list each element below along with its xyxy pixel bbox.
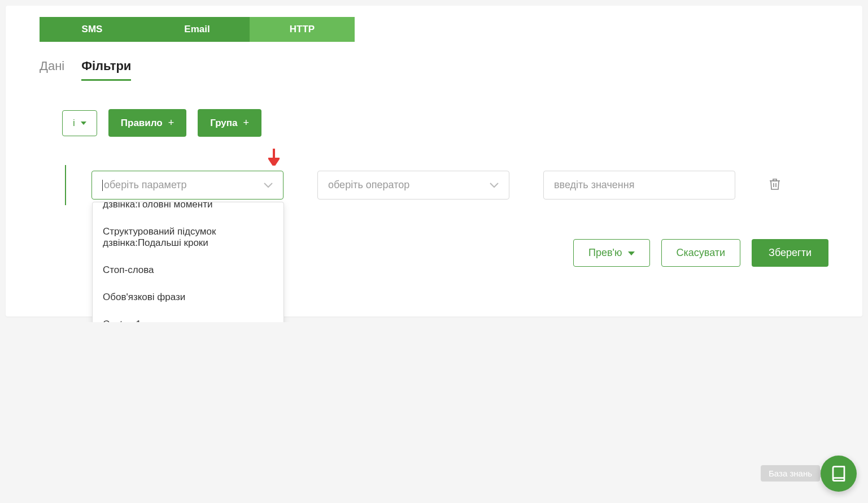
- cancel-label: Скасувати: [677, 247, 726, 259]
- tab-filters[interactable]: Фільтри: [81, 59, 131, 81]
- add-group-button[interactable]: Група +: [198, 109, 261, 137]
- parameter-placeholder: оберіть параметр: [102, 179, 187, 191]
- dropdown-option[interactable]: дзвінка:Головні моменти: [93, 202, 283, 218]
- value-input[interactable]: [543, 171, 735, 200]
- chevron-down-icon: [628, 251, 635, 255]
- section-tabs: Дані Фільтри: [40, 59, 828, 81]
- dropdown-option[interactable]: Структурований підсумок дзвінка:Подальші…: [93, 218, 283, 257]
- add-rule-button[interactable]: Правило +: [108, 109, 186, 137]
- annotation-arrow-icon: [268, 149, 280, 170]
- logic-operator-select[interactable]: і: [62, 110, 97, 136]
- preview-label: Прев'ю: [588, 247, 622, 259]
- parameter-select[interactable]: оберіть параметр дзвінка:Головні моменти…: [91, 171, 283, 200]
- chevron-down-icon: [490, 180, 499, 190]
- channel-tabs: SMS Email HTTP: [40, 17, 828, 42]
- add-rule-label: Правило: [121, 118, 163, 129]
- dropdown-option[interactable]: Обов'язкові фрази: [93, 284, 283, 311]
- parameter-dropdown: дзвінка:Головні моменти Структурований п…: [92, 202, 284, 322]
- add-group-label: Група: [210, 118, 237, 129]
- plus-icon: +: [168, 117, 175, 129]
- tab-data[interactable]: Дані: [40, 59, 64, 81]
- operator-placeholder: оберіть оператор: [328, 179, 409, 191]
- filter-builder: і Правило + Група + оберіть параметр: [40, 109, 828, 205]
- dropdown-option[interactable]: Стоп-слова: [93, 257, 283, 284]
- tab-http[interactable]: HTTP: [250, 17, 355, 42]
- plus-icon: +: [243, 117, 250, 129]
- notification-settings-card: SMS Email HTTP Дані Фільтри і Правило + …: [6, 6, 862, 316]
- preview-button[interactable]: Прев'ю: [573, 239, 649, 267]
- filter-rule-container: оберіть параметр дзвінка:Головні моменти…: [65, 165, 828, 205]
- filter-rule-row: оберіть параметр дзвінка:Головні моменти…: [91, 171, 828, 200]
- operator-select[interactable]: оберіть оператор: [317, 171, 509, 200]
- caret-down-icon: [81, 122, 86, 125]
- dropdown-option[interactable]: Custom1: [93, 311, 283, 322]
- logic-operator-label: і: [73, 118, 75, 129]
- delete-rule-button[interactable]: [769, 178, 780, 193]
- chevron-down-icon: [264, 180, 273, 190]
- tab-email[interactable]: Email: [145, 17, 250, 42]
- cancel-button[interactable]: Скасувати: [661, 239, 741, 267]
- filter-toolbar: і Правило + Група +: [62, 109, 828, 137]
- save-button[interactable]: Зберегти: [752, 239, 828, 267]
- tab-sms[interactable]: SMS: [40, 17, 145, 42]
